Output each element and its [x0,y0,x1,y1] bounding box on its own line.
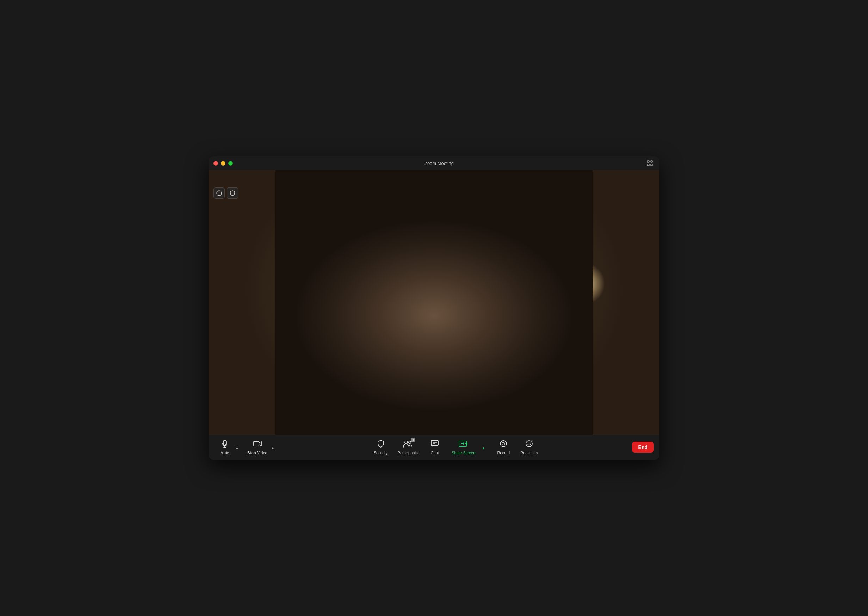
reactions-icon: + [525,440,533,449]
svg-point-23 [530,443,531,443]
end-button[interactable]: End [632,442,654,453]
svg-point-19 [500,440,507,447]
svg-marker-15 [465,442,468,445]
svg-rect-0 [647,161,649,162]
svg-text:i: i [219,191,220,195]
chat-button[interactable]: Chat [424,437,445,457]
share-screen-chevron[interactable]: ▲ [480,440,487,454]
mute-label: Mute [221,451,229,455]
participants-button[interactable]: 1 Participants [394,437,421,457]
svg-point-9 [405,441,408,444]
shield-small-icon [230,190,235,196]
toolbar-right: End [632,442,654,453]
toolbar: Mute ▲ Stop Video ▲ [209,435,659,459]
maximize-button[interactable] [228,161,233,166]
stop-video-button[interactable]: Stop Video [244,437,271,457]
share-screen-label: Share Screen [452,451,475,455]
svg-text:+: + [531,440,532,443]
record-button[interactable]: Record [493,437,514,457]
video-feed: i [209,170,659,435]
svg-rect-11 [431,440,438,446]
zoom-window: Zoom Meeting i [209,157,659,459]
stop-video-icon [253,440,262,449]
traffic-lights [213,161,233,166]
info-button[interactable]: i [213,187,225,199]
close-button[interactable] [213,161,218,166]
reactions-label: Reactions [520,451,538,455]
security-label: Security [374,451,388,455]
svg-point-10 [409,441,411,444]
participants-icon: 1 [403,440,413,449]
svg-point-20 [502,442,505,445]
mute-icon [221,440,229,449]
shield-button[interactable] [227,187,238,199]
svg-rect-1 [651,161,652,162]
corner-icons: i [213,187,238,199]
participants-badge: 1 [411,438,415,442]
record-label: Record [498,451,510,455]
participants-label: Participants [398,451,418,455]
svg-rect-3 [651,164,652,166]
info-icon: i [216,190,222,196]
title-bar: Zoom Meeting [209,157,659,170]
window-title: Zoom Meeting [233,161,645,166]
security-button[interactable]: Security [370,437,391,457]
minimize-button[interactable] [221,161,226,166]
security-icon [377,440,385,449]
stop-video-label: Stop Video [247,451,267,455]
fullscreen-icon [647,160,653,166]
chat-label: Chat [430,451,439,455]
fullscreen-button[interactable] [645,159,655,168]
svg-rect-2 [647,164,649,166]
toolbar-center: Security 1 Participants [279,437,632,457]
share-screen-button[interactable]: Share Screen [448,437,479,457]
share-screen-icon [458,440,469,449]
toolbar-left: Mute ▲ Stop Video ▲ [214,437,279,457]
record-icon [499,440,508,449]
chat-icon [430,440,439,449]
svg-rect-8 [254,441,259,446]
svg-point-22 [528,443,528,443]
person-silhouette [275,170,593,435]
reactions-button[interactable]: + Reactions [517,437,541,457]
mute-button[interactable]: Mute [214,437,235,457]
